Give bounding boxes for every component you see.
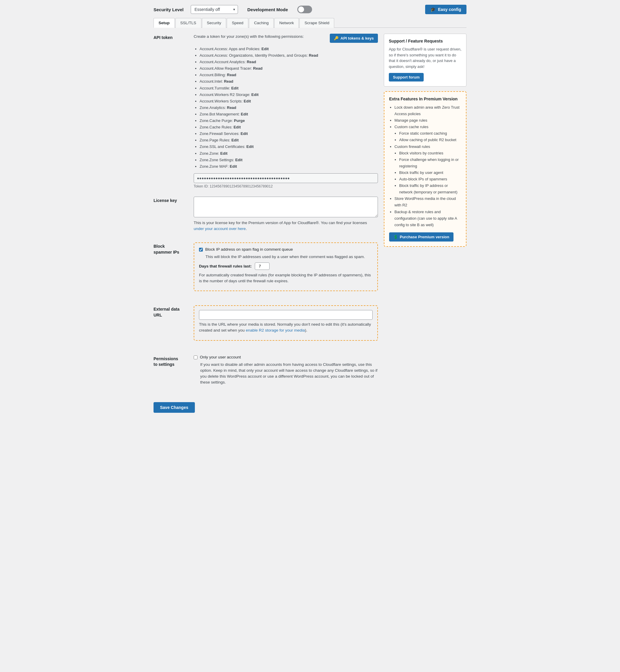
list-item: Zone.Cache Rules: Edit bbox=[200, 124, 378, 131]
dollar-icon: 💲 bbox=[393, 235, 398, 239]
list-item: Account.Access: Apps and Policies: Edit bbox=[200, 46, 378, 52]
support-forum-button[interactable]: Support forum bbox=[389, 73, 424, 82]
premium-sub-list: Block visitors by countries Force challe… bbox=[395, 150, 461, 196]
block-spammer-checkbox[interactable] bbox=[199, 248, 203, 252]
right-panel: Support / Feature Requests App for Cloud… bbox=[384, 34, 466, 247]
block-spammer-checkbox-row: Block IP address on spam flag in comment… bbox=[199, 247, 373, 252]
permissions-section: Permissionsto settings Only your user ac… bbox=[154, 355, 378, 388]
list-item: Account.Turnstile: Edit bbox=[200, 85, 378, 92]
permissions-list: Account.Access: Apps and Policies: Edit … bbox=[194, 46, 378, 170]
easy-config-button[interactable]: 🎓 Easy config bbox=[425, 5, 466, 14]
key-icon: 🔑 bbox=[334, 36, 339, 41]
premium-sub-list: Force static content caching Allow cachi… bbox=[395, 130, 461, 143]
list-item: Zone.SSL and Certificates: Edit bbox=[200, 144, 378, 150]
list-item: Zone.Analytics: Read bbox=[200, 105, 378, 111]
block-spammer-checkbox-sub: This will block the IP addresses used by… bbox=[205, 254, 373, 260]
api-tokens-keys-button[interactable]: 🔑 API tokens & keys bbox=[330, 34, 378, 43]
api-token-label: API token bbox=[154, 34, 189, 41]
perms-checkbox[interactable] bbox=[194, 356, 198, 359]
premium-box: Extra Features In Premium Version Lock d… bbox=[384, 91, 466, 247]
list-item: Zone.Cache Purge: Purge bbox=[200, 117, 378, 124]
list-item: Block visitors by countries bbox=[399, 150, 461, 156]
support-text: App for Cloudflare® is user request driv… bbox=[389, 46, 461, 69]
permissions-label: Permissionsto settings bbox=[154, 355, 189, 368]
premium-features-list: Lock down admin area with Zero Trust Acc… bbox=[389, 104, 461, 228]
perms-checkbox-label: Only your user account bbox=[200, 355, 241, 359]
days-label: Days that firewall rules last: bbox=[199, 264, 252, 268]
list-item: Backup & restore rules and configuration… bbox=[395, 209, 461, 228]
left-panel: API token Create a token for your zone(s… bbox=[154, 34, 378, 413]
license-key-content: This is your license key for the Premium… bbox=[194, 197, 378, 235]
list-item: Custom cache rules Force static content … bbox=[395, 124, 461, 143]
tab-ssl-tls[interactable]: SSL/TLS bbox=[175, 18, 201, 28]
support-title: Support / Feature Requests bbox=[389, 39, 461, 43]
token-id-text: Token ID: 123456789012345678901234567890… bbox=[194, 184, 378, 188]
list-item: Custom firewall rules Block visitors by … bbox=[395, 144, 461, 196]
list-item: Block traffic by IP address or network (… bbox=[399, 183, 461, 196]
list-item: Account.Billing: Read bbox=[200, 72, 378, 78]
toggle-slider bbox=[297, 6, 312, 13]
days-note: For automatically created firewall rules… bbox=[199, 272, 373, 284]
main-content: API token Create a token for your zone(s… bbox=[154, 34, 466, 413]
list-item: Lock down admin area with Zero Trust Acc… bbox=[395, 104, 461, 117]
license-key-label: License key bbox=[154, 197, 189, 204]
security-level-label: Security Level bbox=[154, 7, 184, 12]
list-item: Block traffic by user agent bbox=[399, 169, 461, 176]
list-item: Account.Allow Request Tracer: Read bbox=[200, 65, 378, 72]
r2-storage-link[interactable]: enable R2 storage for your media bbox=[246, 328, 305, 332]
days-row: Days that firewall rules last: bbox=[199, 262, 373, 270]
license-link[interactable]: under your account over here bbox=[194, 226, 246, 231]
premium-title: Extra Features In Premium Version bbox=[389, 97, 461, 101]
external-data-url-box: This is the URL where your media is stor… bbox=[194, 305, 378, 341]
api-token-section: API token Create a token for your zone(s… bbox=[154, 34, 378, 188]
list-item: Zone.Firewall Services: Edit bbox=[200, 131, 378, 137]
block-spammer-checkbox-label: Block IP address on spam flag in comment… bbox=[205, 247, 293, 252]
api-token-input[interactable] bbox=[194, 173, 378, 183]
license-key-section: License key This is your license key for… bbox=[154, 197, 378, 235]
tab-security[interactable]: Security bbox=[202, 18, 226, 28]
list-item: Account.Access: Organizations, Identity … bbox=[200, 52, 378, 59]
block-spammer-section: Blockspammer IPs Block IP address on spa… bbox=[154, 243, 378, 297]
perms-note: If you want to disable all other admin a… bbox=[200, 362, 378, 385]
list-item: Manage page rules bbox=[395, 117, 461, 124]
ext-url-note: This is the URL where your media is stor… bbox=[199, 321, 373, 333]
tab-network[interactable]: Network bbox=[274, 18, 299, 28]
external-data-url-content: This is the URL where your media is stor… bbox=[194, 305, 378, 347]
tabs-bar: Setup SSL/TLS Security Speed Caching Net… bbox=[154, 18, 466, 28]
purchase-premium-button[interactable]: 💲 Purchase Premium version bbox=[389, 232, 454, 242]
perms-checkbox-row: Only your user account bbox=[194, 355, 378, 359]
list-item: Force challenge when logging in or regis… bbox=[399, 156, 461, 169]
graduation-cap-icon: 🎓 bbox=[430, 7, 435, 12]
license-key-textarea[interactable] bbox=[194, 197, 378, 217]
list-item: Zone.Zone Settings: Edit bbox=[200, 157, 378, 163]
list-item: Zone.Page Rules: Edit bbox=[200, 137, 378, 144]
list-item: Auto-block IPs of spammers bbox=[399, 176, 461, 183]
tab-caching[interactable]: Caching bbox=[249, 18, 274, 28]
list-item: Account.Workers Scripts: Edit bbox=[200, 98, 378, 105]
security-level-select[interactable]: Essentially off Low Medium High I'm Unde… bbox=[191, 5, 238, 14]
tab-speed[interactable]: Speed bbox=[227, 18, 248, 28]
top-bar: Security Level Essentially off Low Mediu… bbox=[154, 0, 466, 18]
security-level-select-wrapper: Essentially off Low Medium High I'm Unde… bbox=[191, 5, 238, 14]
list-item: Account.Account Analytics: Read bbox=[200, 59, 378, 65]
list-item: Store WordPress media in the cloud with … bbox=[395, 196, 461, 208]
list-item: Force static content caching bbox=[399, 130, 461, 137]
save-changes-button[interactable]: Save Changes bbox=[154, 402, 195, 413]
dev-mode-toggle[interactable] bbox=[297, 6, 312, 13]
list-item: Account.Workers R2 Storage: Edit bbox=[200, 92, 378, 98]
tab-setup[interactable]: Setup bbox=[154, 18, 175, 28]
dev-mode-label: Development Mode bbox=[247, 7, 288, 12]
block-spammer-content: Block IP address on spam flag in comment… bbox=[194, 243, 378, 297]
days-input[interactable] bbox=[255, 262, 269, 270]
api-token-desc: Create a token for your zone(s) with the… bbox=[194, 34, 325, 40]
external-data-url-section: External dataURL This is the URL where y… bbox=[154, 305, 378, 347]
list-item: Allow caching of public R2 bucket bbox=[399, 137, 461, 143]
external-url-input[interactable] bbox=[199, 310, 373, 320]
api-token-header: Create a token for your zone(s) with the… bbox=[194, 34, 378, 43]
block-spammer-box: Block IP address on spam flag in comment… bbox=[194, 243, 378, 291]
tab-scrape-shield[interactable]: Scrape Shield bbox=[299, 18, 334, 28]
list-item: Zone.Bot Management: Edit bbox=[200, 111, 378, 117]
external-data-url-label: External dataURL bbox=[154, 305, 189, 318]
block-spammer-label: Blockspammer IPs bbox=[154, 243, 189, 255]
list-item: Zone.Zone: Edit bbox=[200, 150, 378, 157]
